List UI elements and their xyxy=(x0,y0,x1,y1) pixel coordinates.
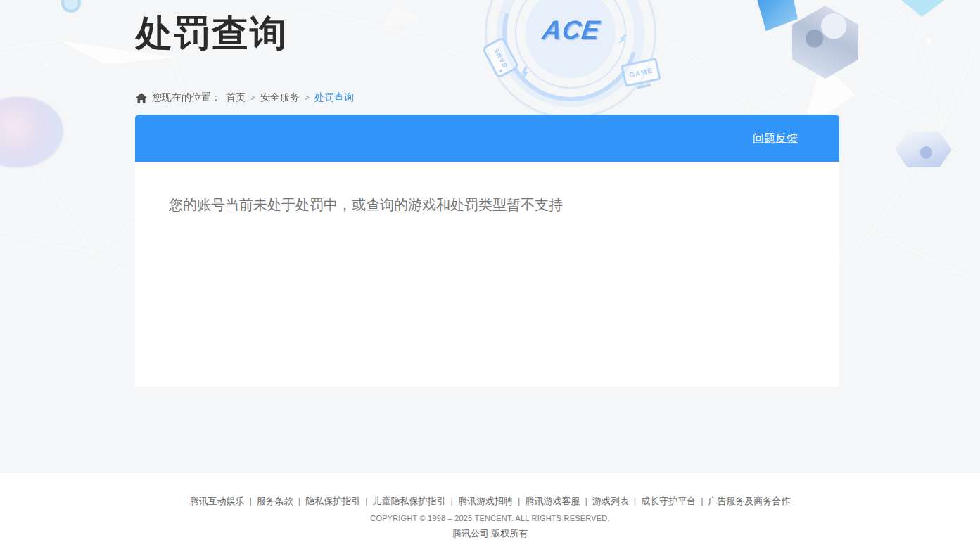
feedback-link[interactable]: 问题反馈 xyxy=(753,131,798,146)
footer-separator: | xyxy=(451,496,453,506)
breadcrumb-link-punishment-query[interactable]: 处罚查询 xyxy=(314,91,354,104)
breadcrumb-separator: > xyxy=(250,93,255,103)
footer-link-customer-service[interactable]: 腾讯游戏客服 xyxy=(525,496,580,506)
page-title: 处罚查询 xyxy=(136,9,288,58)
company-text: 腾讯公司 版权所有 xyxy=(0,527,980,540)
footer-separator: | xyxy=(518,496,520,506)
footer-separator: | xyxy=(634,496,636,506)
card-banner: 问题反馈 xyxy=(135,115,839,162)
breadcrumb-separator: > xyxy=(305,93,310,103)
footer: 腾讯互动娱乐|服务条款|隐私保护指引|儿童隐私保护指引|腾讯游戏招聘|腾讯游戏客… xyxy=(0,473,980,547)
card-body: 您的账号当前未处于处罚中，或查询的游戏和处罚类型暂不支持 xyxy=(135,162,839,387)
ace-logo: ACE xyxy=(527,15,616,45)
breadcrumb: 您现在的位置： 首页 > 安全服务 > 处罚查询 xyxy=(136,91,354,104)
home-icon xyxy=(136,93,147,103)
footer-link-children-privacy[interactable]: 儿童隐私保护指引 xyxy=(373,496,446,506)
game-monitor-label: GAME xyxy=(628,66,654,79)
page: ACE GAME GAME 处罚查询 您现在的位置： 首页 > 安全服务 > 处… xyxy=(0,0,980,547)
copyright-text: COPYRIGHT © 1998 – 2025 TENCENT. ALL RIG… xyxy=(0,514,980,522)
footer-separator: | xyxy=(298,496,300,506)
footer-link-terms[interactable]: 服务条款 xyxy=(257,496,293,506)
breadcrumb-link-security-services[interactable]: 安全服务 xyxy=(260,91,300,104)
breadcrumb-link-home[interactable]: 首页 xyxy=(226,91,246,104)
footer-separator: | xyxy=(365,496,367,506)
footer-link-tencent-games[interactable]: 腾讯互动娱乐 xyxy=(189,496,244,506)
game-phone-label: GAME xyxy=(492,46,509,69)
footer-link-recruiting[interactable]: 腾讯游戏招聘 xyxy=(458,496,513,506)
footer-separator: | xyxy=(701,496,703,506)
footer-link-ads-business[interactable]: 广告服务及商务合作 xyxy=(708,496,791,506)
footer-separator: | xyxy=(249,496,251,506)
footer-link-game-list[interactable]: 游戏列表 xyxy=(592,496,629,506)
result-message: 您的账号当前未处于处罚中，或查询的游戏和处罚类型暂不支持 xyxy=(135,162,839,214)
footer-link-privacy[interactable]: 隐私保护指引 xyxy=(305,496,360,506)
footer-links: 腾讯互动娱乐|服务条款|隐私保护指引|儿童隐私保护指引|腾讯游戏招聘|腾讯游戏客… xyxy=(0,473,980,508)
footer-link-guardian-platform[interactable]: 成长守护平台 xyxy=(641,496,696,506)
result-card: 问题反馈 您的账号当前未处于处罚中，或查询的游戏和处罚类型暂不支持 xyxy=(135,115,839,387)
breadcrumb-prefix: 您现在的位置： xyxy=(152,91,221,104)
footer-separator: | xyxy=(585,496,587,506)
